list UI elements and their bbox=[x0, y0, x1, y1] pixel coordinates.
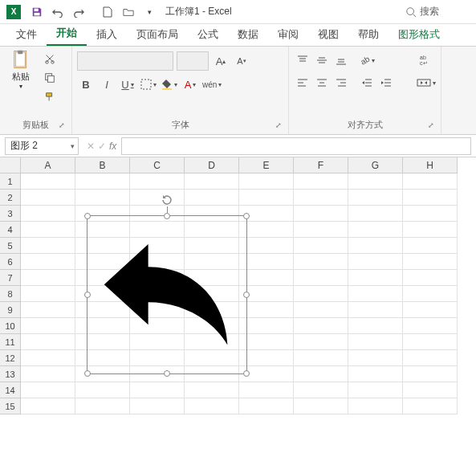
font-name-input[interactable] bbox=[77, 51, 173, 71]
clipboard-launcher-icon[interactable]: ⤢ bbox=[57, 121, 67, 131]
cell-A3[interactable] bbox=[21, 206, 75, 222]
cell-E7[interactable] bbox=[239, 270, 294, 286]
select-all-corner[interactable] bbox=[0, 157, 21, 173]
cell-E14[interactable] bbox=[239, 382, 294, 398]
cell-D15[interactable] bbox=[185, 398, 239, 414]
redo-icon[interactable] bbox=[69, 2, 88, 22]
copy-icon[interactable] bbox=[40, 69, 59, 87]
cell-H14[interactable] bbox=[403, 382, 458, 398]
cell-H10[interactable] bbox=[403, 318, 458, 334]
cell-G2[interactable] bbox=[348, 190, 403, 206]
cell-H3[interactable] bbox=[403, 206, 458, 222]
curved-left-arrow-shape[interactable] bbox=[100, 244, 234, 345]
row-header-10[interactable]: 10 bbox=[0, 318, 21, 334]
cell-C2[interactable] bbox=[130, 190, 185, 206]
font-size-input[interactable] bbox=[177, 51, 209, 71]
cell-A13[interactable] bbox=[21, 366, 75, 382]
tab-home[interactable]: 开始 bbox=[47, 22, 87, 46]
tab-review[interactable]: 审阅 bbox=[268, 23, 308, 46]
save-icon[interactable] bbox=[27, 2, 47, 22]
format-painter-icon[interactable] bbox=[40, 88, 59, 106]
cell-E6[interactable] bbox=[239, 254, 294, 270]
row-header-7[interactable]: 7 bbox=[0, 270, 21, 286]
cell-F7[interactable] bbox=[294, 270, 348, 286]
cell-E12[interactable] bbox=[239, 350, 294, 366]
tab-page-layout[interactable]: 页面布局 bbox=[127, 23, 188, 46]
cell-C14[interactable] bbox=[130, 382, 185, 398]
cell-E11[interactable] bbox=[239, 334, 294, 350]
column-header-B[interactable]: B bbox=[75, 157, 130, 173]
new-file-icon[interactable] bbox=[98, 2, 117, 22]
column-header-H[interactable]: H bbox=[403, 157, 458, 173]
row-header-11[interactable]: 11 bbox=[0, 334, 21, 350]
row-header-14[interactable]: 14 bbox=[0, 382, 21, 398]
cell-A14[interactable] bbox=[21, 382, 75, 398]
name-box-dropdown-icon[interactable]: ▾ bbox=[71, 142, 75, 150]
cell-H6[interactable] bbox=[403, 254, 458, 270]
cell-H7[interactable] bbox=[403, 270, 458, 286]
cell-E2[interactable] bbox=[239, 190, 294, 206]
cell-G1[interactable] bbox=[348, 173, 403, 190]
cell-D1[interactable] bbox=[185, 173, 239, 190]
shape-selection[interactable] bbox=[87, 215, 247, 374]
cell-G8[interactable] bbox=[348, 286, 403, 302]
cell-B1[interactable] bbox=[75, 173, 130, 190]
resize-handle-ml[interactable] bbox=[84, 292, 91, 298]
paste-button[interactable]: 粘贴 ▾ bbox=[6, 50, 35, 90]
cell-G11[interactable] bbox=[348, 334, 403, 350]
resize-handle-bl[interactable] bbox=[84, 370, 91, 377]
column-header-E[interactable]: E bbox=[239, 157, 294, 173]
cell-F10[interactable] bbox=[294, 318, 348, 334]
cell-H12[interactable] bbox=[403, 350, 458, 366]
row-header-5[interactable]: 5 bbox=[0, 238, 21, 254]
cell-E10[interactable] bbox=[239, 318, 294, 334]
cell-A10[interactable] bbox=[21, 318, 75, 334]
cell-E1[interactable] bbox=[239, 173, 294, 190]
cell-C15[interactable] bbox=[130, 398, 185, 414]
cell-G4[interactable] bbox=[348, 222, 403, 238]
bold-button[interactable]: B bbox=[77, 76, 95, 93]
cell-E4[interactable] bbox=[239, 222, 294, 238]
cell-H5[interactable] bbox=[403, 238, 458, 254]
cell-F1[interactable] bbox=[294, 173, 348, 190]
enter-formula-icon[interactable]: ✓ bbox=[98, 141, 106, 152]
cell-A6[interactable] bbox=[21, 254, 75, 270]
row-header-15[interactable]: 15 bbox=[0, 398, 21, 414]
cell-H13[interactable] bbox=[403, 366, 458, 382]
column-header-C[interactable]: C bbox=[130, 157, 185, 173]
phonetic-button[interactable]: wén▾ bbox=[202, 76, 222, 93]
tab-insert[interactable]: 插入 bbox=[87, 23, 127, 46]
cell-E15[interactable] bbox=[239, 398, 294, 414]
cell-A1[interactable] bbox=[21, 173, 75, 190]
align-right-icon[interactable] bbox=[332, 74, 350, 92]
cell-A12[interactable] bbox=[21, 350, 75, 366]
align-middle-icon[interactable] bbox=[313, 51, 331, 69]
cell-A11[interactable] bbox=[21, 334, 75, 350]
cell-A15[interactable] bbox=[21, 398, 75, 414]
cell-F15[interactable] bbox=[294, 398, 348, 414]
align-top-icon[interactable] bbox=[294, 51, 311, 69]
cell-F5[interactable] bbox=[294, 238, 348, 254]
cell-E9[interactable] bbox=[239, 302, 294, 318]
cell-A5[interactable] bbox=[21, 238, 75, 254]
qat-customize-icon[interactable]: ▾ bbox=[140, 2, 159, 22]
cell-F13[interactable] bbox=[294, 366, 348, 382]
formula-bar[interactable] bbox=[121, 137, 471, 155]
decrease-indent-icon[interactable] bbox=[358, 74, 376, 92]
cut-icon[interactable] bbox=[40, 50, 59, 67]
cell-G7[interactable] bbox=[348, 270, 403, 286]
tab-help[interactable]: 帮助 bbox=[348, 23, 389, 46]
fx-icon[interactable]: fx bbox=[109, 141, 116, 152]
cell-A4[interactable] bbox=[21, 222, 75, 238]
cell-E5[interactable] bbox=[239, 238, 294, 254]
resize-handle-bm[interactable] bbox=[164, 370, 170, 377]
cell-H1[interactable] bbox=[403, 173, 458, 190]
cell-G15[interactable] bbox=[348, 398, 403, 414]
increase-indent-icon[interactable] bbox=[377, 74, 395, 92]
resize-handle-mr[interactable] bbox=[243, 292, 250, 298]
resize-handle-br[interactable] bbox=[243, 370, 250, 377]
increase-font-icon[interactable]: A▴ bbox=[212, 52, 230, 70]
align-left-icon[interactable] bbox=[294, 74, 311, 92]
cell-F14[interactable] bbox=[294, 382, 348, 398]
border-button[interactable]: ▾ bbox=[140, 76, 157, 93]
